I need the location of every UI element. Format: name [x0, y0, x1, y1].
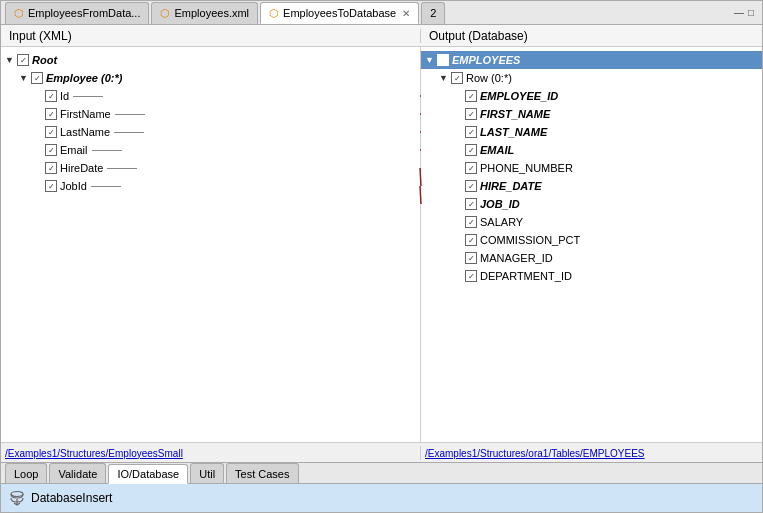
right-tree-item-first_name[interactable]: ✓FIRST_NAME	[421, 105, 762, 123]
maximize-button[interactable]: □	[748, 7, 754, 18]
checkbox-jobid[interactable]: ✓	[45, 180, 57, 192]
left-tree-item-root[interactable]: ▼✓Root	[1, 51, 420, 69]
tab-label-4: 2	[430, 7, 436, 19]
checkbox-right-employees[interactable]: ✓	[437, 54, 449, 66]
checkbox-lastname[interactable]: ✓	[45, 126, 57, 138]
right-tree-item-row[interactable]: ▼✓Row (0:*)	[421, 69, 762, 87]
label-right-job_id: JOB_ID	[480, 198, 520, 210]
checkbox-employee[interactable]: ✓	[31, 72, 43, 84]
tab-employees-xml[interactable]: ⬡ Employees.xml	[151, 2, 258, 24]
label-right-last_name: LAST_NAME	[480, 126, 547, 138]
label-right-first_name: FIRST_NAME	[480, 108, 550, 120]
label-right-manager_id: MANAGER_ID	[480, 252, 553, 264]
connector-id	[73, 96, 103, 97]
expand-icon-right-employees[interactable]: ▼	[425, 55, 437, 65]
right-tree-item-manager_id[interactable]: ✓MANAGER_ID	[421, 249, 762, 267]
left-tree-panel: ▼✓Root▼✓Employee (0:*)✓Id✓FirstName✓Last…	[1, 47, 421, 442]
checkbox-email[interactable]: ✓	[45, 144, 57, 156]
checkbox-right-department_id[interactable]: ✓	[465, 270, 477, 282]
tab-close-button[interactable]: ✕	[402, 8, 410, 19]
tab-label-2: Employees.xml	[174, 7, 249, 19]
label-hiredate: HireDate	[60, 162, 103, 174]
left-tree-item-employee[interactable]: ▼✓Employee (0:*)	[1, 69, 420, 87]
checkbox-right-email_col[interactable]: ✓	[465, 144, 477, 156]
checkbox-right-row[interactable]: ✓	[451, 72, 463, 84]
right-tree-item-department_id[interactable]: ✓DEPARTMENT_ID	[421, 267, 762, 285]
tab-xml-icon-1: ⬡	[14, 7, 24, 20]
right-tree-item-employees[interactable]: ▼✓EMPLOYEES	[421, 51, 762, 69]
checkbox-right-manager_id[interactable]: ✓	[465, 252, 477, 264]
label-jobid: JobId	[60, 180, 87, 192]
label-right-department_id: DEPARTMENT_ID	[480, 270, 572, 282]
checkbox-right-phone_number[interactable]: ✓	[465, 162, 477, 174]
bottom-tab-loop[interactable]: Loop	[5, 463, 47, 483]
panels-wrapper: Input (XML) Output (Database) ▼✓Root▼✓Em…	[1, 25, 762, 462]
right-path: /Examples1/Structures/ora1/Tables/EMPLOY…	[421, 446, 762, 460]
minimize-button[interactable]: —	[734, 7, 744, 18]
right-tree-item-email_col[interactable]: ✓EMAIL	[421, 141, 762, 159]
bottom-tab-util[interactable]: Util	[190, 463, 224, 483]
checkbox-right-first_name[interactable]: ✓	[465, 108, 477, 120]
label-right-commission_pct: COMMISSION_PCT	[480, 234, 580, 246]
tab-employees-from-data[interactable]: ⬡ EmployeesFromData...	[5, 2, 149, 24]
right-tree-item-employee_id[interactable]: ✓EMPLOYEE_ID	[421, 87, 762, 105]
left-panel-title: Input (XML)	[9, 29, 72, 43]
label-right-phone_number: PHONE_NUMBER	[480, 162, 573, 174]
label-id: Id	[60, 90, 69, 102]
label-right-salary: SALARY	[480, 216, 523, 228]
checkbox-right-last_name[interactable]: ✓	[465, 126, 477, 138]
tab-label-1: EmployeesFromData...	[28, 7, 140, 19]
right-tree-panel: ▼✓EMPLOYEES▼✓Row (0:*)✓EMPLOYEE_ID✓FIRST…	[421, 47, 762, 442]
checkbox-root[interactable]: ✓	[17, 54, 29, 66]
connector-lastname	[114, 132, 144, 133]
label-root: Root	[32, 54, 57, 66]
label-lastname: LastName	[60, 126, 110, 138]
db-insert-icon	[9, 490, 25, 506]
right-tree-item-phone_number[interactable]: ✓PHONE_NUMBER	[421, 159, 762, 177]
label-right-employee_id: EMPLOYEE_ID	[480, 90, 558, 102]
svg-point-6	[11, 492, 23, 497]
checkbox-right-commission_pct[interactable]: ✓	[465, 234, 477, 246]
tab-bar: ⬡ EmployeesFromData... ⬡ Employees.xml ⬡…	[1, 1, 762, 25]
bottom-tab-test-cases[interactable]: Test Cases	[226, 463, 298, 483]
expand-icon-root[interactable]: ▼	[5, 55, 17, 65]
right-tree-item-salary[interactable]: ✓SALARY	[421, 213, 762, 231]
left-tree-item-id[interactable]: ✓Id	[1, 87, 420, 105]
right-tree-item-job_id[interactable]: ✓JOB_ID	[421, 195, 762, 213]
label-email: Email	[60, 144, 88, 156]
checkbox-right-salary[interactable]: ✓	[465, 216, 477, 228]
right-panel-title: Output (Database)	[429, 29, 528, 43]
path-row: /Examples1/Structures/EmployeesSmall /Ex…	[1, 442, 762, 462]
right-tree-item-commission_pct[interactable]: ✓COMMISSION_PCT	[421, 231, 762, 249]
label-employee: Employee (0:*)	[46, 72, 122, 84]
tab-employees-to-database[interactable]: ⬡ EmployeesToDatabase ✕	[260, 2, 419, 24]
left-path: /Examples1/Structures/EmployeesSmall	[1, 446, 421, 460]
bottom-tab-io/database[interactable]: IO/Database	[108, 464, 188, 484]
left-tree-item-hiredate[interactable]: ✓HireDate	[1, 159, 420, 177]
checkbox-hiredate[interactable]: ✓	[45, 162, 57, 174]
label-right-employees: EMPLOYEES	[452, 54, 520, 66]
bottom-tab-bar: LoopValidateIO/DatabaseUtilTest Cases	[1, 462, 762, 484]
bottom-tab-validate[interactable]: Validate	[49, 463, 106, 483]
expand-icon-right-row[interactable]: ▼	[439, 73, 451, 83]
checkbox-right-job_id[interactable]: ✓	[465, 198, 477, 210]
left-tree-item-lastname[interactable]: ✓LastName	[1, 123, 420, 141]
right-tree-item-last_name[interactable]: ✓LAST_NAME	[421, 123, 762, 141]
checkbox-firstname[interactable]: ✓	[45, 108, 57, 120]
expand-icon-employee[interactable]: ▼	[19, 73, 31, 83]
label-right-row: Row (0:*)	[466, 72, 512, 84]
right-tree-item-hire_date[interactable]: ✓HIRE_DATE	[421, 177, 762, 195]
connector-firstname	[115, 114, 145, 115]
tab-db-icon: ⬡	[269, 7, 279, 20]
left-path-link[interactable]: /Examples1/Structures/EmployeesSmall	[5, 448, 183, 459]
connector-hiredate	[107, 168, 137, 169]
left-tree-item-jobid[interactable]: ✓JobId	[1, 177, 420, 195]
right-path-link[interactable]: /Examples1/Structures/ora1/Tables/EMPLOY…	[425, 448, 645, 459]
checkbox-id[interactable]: ✓	[45, 90, 57, 102]
checkbox-right-employee_id[interactable]: ✓	[465, 90, 477, 102]
main-window: ⬡ EmployeesFromData... ⬡ Employees.xml ⬡…	[0, 0, 763, 513]
checkbox-right-hire_date[interactable]: ✓	[465, 180, 477, 192]
left-tree-item-email[interactable]: ✓Email	[1, 141, 420, 159]
tab-overflow[interactable]: 2	[421, 2, 445, 24]
left-tree-item-firstname[interactable]: ✓FirstName	[1, 105, 420, 123]
